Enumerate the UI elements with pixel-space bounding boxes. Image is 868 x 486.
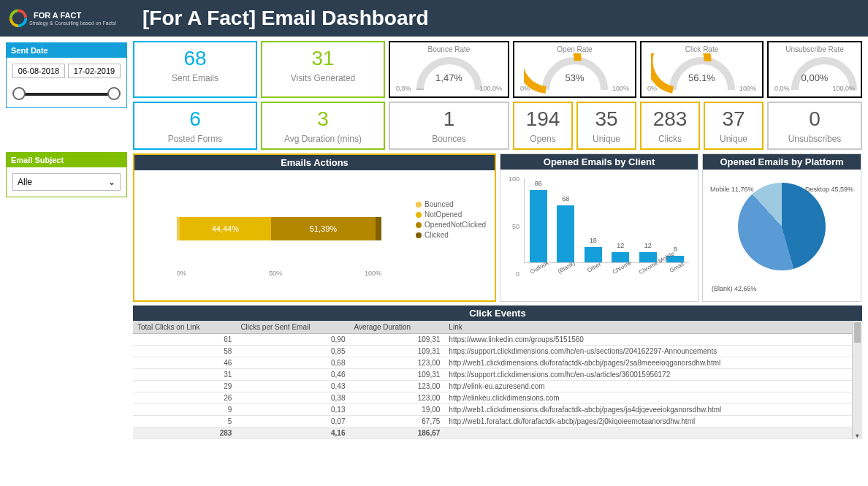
unsub-rate-title: Unsubscribe Rate [773, 45, 856, 53]
client-bar[interactable]: 68 [557, 205, 574, 262]
gauge-value: 56.1% [642, 72, 762, 83]
emails-actions-chart[interactable]: Emails Actions 44,44%51,39% BouncedNotOp… [133, 153, 496, 302]
brand-tagline: Strategy & Consulting based on Facts! [29, 20, 116, 26]
gauge-max: 100% [739, 85, 756, 92]
table-row[interactable]: 310,46109,31https://support.clickdimensi… [133, 369, 852, 381]
visits-value: 31 [265, 47, 381, 70]
click-events-title: Click Events [133, 305, 862, 321]
bounces-card[interactable]: 1 Bounces [389, 102, 509, 150]
table-row[interactable]: 610,90109,31https://www.linkedin.com/gro… [133, 334, 852, 346]
sent-emails-value: 68 [137, 47, 253, 70]
axis-tick: 100% [365, 270, 381, 277]
by-platform-title: Opened Emails by Platform [703, 154, 861, 170]
bounce-rate-title: Bounce Rate [395, 45, 503, 53]
clicks-card[interactable]: 283 Clicks [640, 102, 700, 150]
visits-card[interactable]: 31 Visits Generated [261, 41, 385, 98]
logo: FOR A FACT Strategy & Consulting based o… [7, 7, 135, 29]
chevron-down-icon: ⌄ [108, 177, 115, 187]
opens-label: Opens [517, 134, 568, 144]
email-subject-select[interactable]: Alle ⌄ [12, 173, 121, 191]
visits-label: Visits Generated [265, 73, 381, 83]
scroll-down-icon[interactable]: ▾ [853, 432, 862, 439]
posted-forms-label: Posted Forms [137, 134, 253, 144]
stack-segment[interactable] [376, 217, 381, 240]
client-bar-label: Outlook [528, 259, 561, 295]
slider-handle-left[interactable] [12, 87, 26, 100]
clicks-unique-card[interactable]: 37 Unique [704, 102, 764, 150]
by-platform-chart[interactable]: Opened Emails by Platform Desktop 45,59%… [702, 153, 861, 302]
sent-emails-card[interactable]: 68 Sent Emails [133, 41, 257, 98]
click-rate-title: Click Rate [646, 45, 758, 53]
sent-emails-label: Sent Emails [137, 73, 253, 83]
y-tick: 100 [509, 175, 519, 183]
sent-date-filter: Sent Date 06-08-2018 17-02-2019 [6, 42, 127, 108]
table-row[interactable]: 290,43123,00http://elink-eu.azuresend.co… [133, 381, 852, 392]
stack-segment[interactable]: 51,39% [271, 217, 376, 240]
table-row[interactable]: 580,85109,31https://support.clickdimensi… [133, 346, 852, 357]
open-rate-title: Open Rate [519, 45, 631, 53]
email-subject-filter: Email Subject Alle ⌄ [6, 152, 127, 197]
gauge-min: 0% [520, 85, 530, 92]
legend-item[interactable]: Bounced [416, 200, 486, 208]
gauge-max: 100,0% [479, 85, 502, 92]
legend-item[interactable]: Clicked [416, 231, 486, 239]
bounce-rate-gauge[interactable]: Bounce Rate 0,0%100,0%1,47% [389, 41, 509, 98]
posted-forms-card[interactable]: 6 Posted Forms [133, 102, 257, 150]
clicks-unique-value: 37 [708, 107, 759, 131]
page-title: [For A Fact] Email Dashboard [142, 7, 429, 30]
table-header[interactable]: Link [444, 321, 852, 334]
pie-label-blank: (Blank) 42,65% [712, 285, 757, 292]
table-scrollbar[interactable]: ▴ ▾ [852, 321, 862, 439]
bounces-label: Bounces [393, 134, 505, 144]
gauge-min: 0% [647, 85, 657, 92]
scroll-thumb[interactable] [854, 322, 861, 343]
client-bar-label: Chrome [611, 259, 644, 295]
open-rate-gauge[interactable]: Open Rate 0%100%53% [513, 41, 636, 98]
axis-tick: 0% [177, 270, 186, 277]
header-bar: FOR A FACT Strategy & Consulting based o… [0, 0, 868, 37]
opens-unique-card[interactable]: 35 Unique [576, 102, 636, 150]
gauge-max: 100,0% [832, 85, 855, 92]
date-slider[interactable] [12, 86, 121, 102]
client-bar[interactable]: 86 [530, 190, 547, 262]
opens-card[interactable]: 194 Opens [513, 102, 573, 150]
pie-label-desktop: Desktop 45,59% [805, 186, 853, 193]
client-bar-label: Chrome Mobile [638, 259, 671, 295]
emails-actions-title: Emails Actions [134, 155, 495, 170]
stack-segment[interactable]: 44,44% [180, 217, 270, 240]
legend-item[interactable]: NotOpened [416, 210, 486, 219]
click-events-table[interactable]: Total Clicks on LinkClicks per Sent Emai… [133, 321, 852, 439]
avg-duration-card[interactable]: 3 Avg Duration (mins) [261, 102, 385, 150]
clicks-label: Clicks [644, 134, 696, 144]
date-to-input[interactable]: 17-02-2019 [68, 64, 121, 78]
table-row[interactable]: 260,38123,00http://elinkeu.clickdimensio… [133, 392, 852, 404]
table-row[interactable]: 50,0767,75http://web1.forafact.dk/forafa… [133, 416, 852, 428]
by-client-chart[interactable]: Opened Emails by Client 100500 866818121… [500, 153, 698, 302]
table-header[interactable]: Total Clicks on Link [133, 321, 236, 334]
gauge-value: 1,47% [390, 72, 508, 83]
opens-unique-value: 35 [581, 107, 632, 131]
gauge-max: 100% [612, 85, 629, 92]
bounces-value: 1 [393, 107, 505, 131]
unsubs-card[interactable]: 0 Unsubscribes [767, 102, 862, 150]
table-header[interactable]: Average Duration [349, 321, 444, 334]
avg-duration-value: 3 [265, 107, 381, 131]
table-row[interactable]: 460,68123,00http://web1.clickdimensions.… [133, 357, 852, 369]
date-from-input[interactable]: 06-08-2018 [12, 64, 65, 78]
unsub-rate-gauge[interactable]: Unsubscribe Rate 0,0%100,0%0,00% [767, 41, 862, 98]
client-bar-label: Gmail [666, 259, 698, 295]
gauge-min: 0,0% [396, 85, 411, 92]
unsubs-label: Unsubscribes [772, 134, 858, 144]
pie-chart-icon[interactable] [738, 183, 826, 270]
sent-date-label: Sent Date [7, 43, 126, 58]
slider-handle-right[interactable] [107, 87, 121, 100]
clicks-unique-label: Unique [708, 134, 759, 144]
by-client-title: Opened Emails by Client [500, 154, 698, 170]
gauge-min: 0,0% [774, 85, 790, 92]
click-rate-gauge[interactable]: Click Rate 0%100%56.1% [640, 41, 764, 98]
table-total-row: 2834,16186,67 [133, 428, 852, 439]
table-row[interactable]: 90,1319,00http://web1.clickdimensions.dk… [133, 404, 852, 416]
table-header[interactable]: Clicks per Sent Email [236, 321, 349, 334]
content: 68 Sent Emails 31 Visits Generated Bounc… [133, 37, 868, 486]
legend-item[interactable]: OpenedNotClicked [416, 221, 486, 229]
